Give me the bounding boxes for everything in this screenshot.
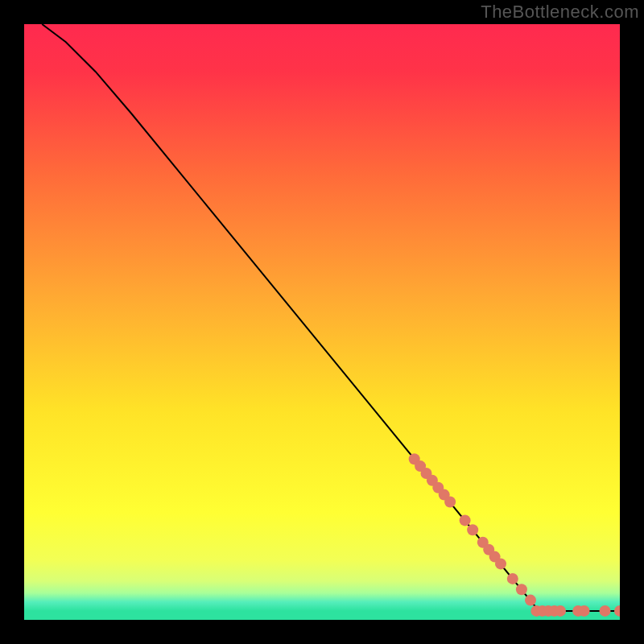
scatter-point [579, 605, 590, 617]
scatter-point [444, 497, 456, 508]
plot-area [24, 24, 620, 620]
scatter-point [507, 573, 518, 584]
scatter-point [555, 605, 566, 617]
scatter-point [516, 584, 527, 595]
scatter-point [525, 595, 536, 606]
scatter-point [600, 605, 611, 617]
gradient-background [24, 24, 620, 620]
chart-svg [24, 24, 620, 620]
scatter-point [495, 558, 506, 569]
chart-frame: TheBottleneck.com [0, 0, 644, 644]
scatter-point [460, 514, 471, 526]
scatter-point [467, 524, 478, 535]
watermark-text: TheBottleneck.com [481, 2, 639, 23]
